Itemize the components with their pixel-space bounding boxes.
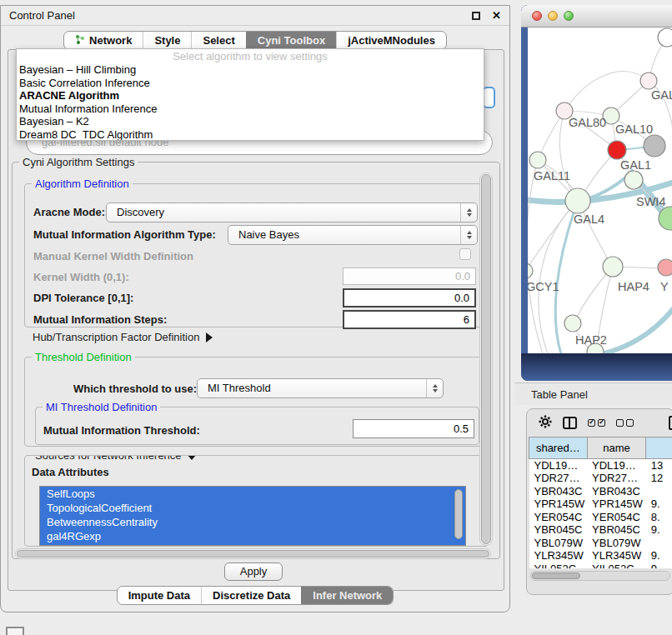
network-node-gal[interactable]	[640, 72, 657, 89]
sources-group-title[interactable]: Sources for Network Inference	[32, 455, 200, 462]
node-label: SWI4	[636, 195, 665, 208]
network-node-gal1[interactable]	[608, 141, 626, 159]
dropdown-prompt: Select algorithm to view settings	[17, 49, 484, 63]
threshold-definition-title: Threshold Definition	[32, 351, 135, 363]
apply-button[interactable]: Apply	[224, 562, 283, 581]
dropdown-item-selected[interactable]: ARACNE Algorithm	[17, 89, 484, 102]
table-panel-title: Table Panel	[531, 388, 588, 401]
page-icon[interactable]	[669, 416, 672, 430]
minimized-window-fragment[interactable]	[6, 627, 24, 635]
network-node-gal4[interactable]	[565, 188, 590, 213]
tab-infer-network[interactable]: Infer Network	[301, 587, 393, 604]
dropdown-item[interactable]: Basic Correlation Inference	[17, 77, 484, 90]
network-node-hap4[interactable]	[603, 257, 623, 277]
node-label: GAL4	[574, 212, 604, 226]
network-node-gal11[interactable]	[529, 152, 546, 168]
cyni-toolbox-content: gal-filtered.sif default node Select alg…	[8, 49, 504, 591]
network-canvas[interactable]: GAL GAL80 GAL10 GAL1 GAL11 SWI4 GAL4 GCY…	[528, 28, 672, 353]
settings-vertical-scrollbar[interactable]	[479, 172, 493, 546]
settings-horizontal-scrollbar[interactable]	[15, 548, 491, 559]
float-window-icon[interactable]	[472, 12, 480, 20]
tab-select[interactable]: Select	[191, 32, 245, 49]
tab-cyni-toolbox[interactable]: Cyni Toolbox	[246, 32, 336, 49]
node-label: GAL	[651, 88, 672, 102]
checked-pair-icon[interactable]	[588, 419, 605, 427]
collapse-down-icon	[187, 455, 197, 460]
cyni-algorithm-settings-group: Cyni Algorithm Settings Algorithm Defini…	[12, 162, 500, 559]
which-threshold-label: Which threshold to use:	[73, 382, 197, 395]
network-node[interactable]	[644, 135, 665, 157]
dpi-tolerance-field[interactable]	[343, 288, 476, 308]
hub-tf-definition-toggle[interactable]: Hub/Transcription Factor Definition	[33, 331, 213, 343]
screen: Control Panel ✕ Network Style	[0, 0, 672, 635]
close-traffic-light[interactable]	[532, 11, 542, 21]
list-item[interactable]: gal4RGexp	[40, 529, 465, 543]
algorithm-definition-group: Algorithm Definition Aracne Mode: Discov…	[24, 183, 489, 328]
table-row[interactable]: YPR145WYPR145W9.	[529, 498, 672, 511]
tab-network-label: Network	[89, 34, 132, 47]
table-row[interactable]: YBR045CYBR045C9.	[529, 523, 672, 537]
network-edge[interactable]	[601, 296, 672, 353]
network-node-gcy1[interactable]	[528, 263, 533, 278]
tab-jactivemnodules[interactable]: jActiveMNodules	[336, 32, 446, 49]
table-row[interactable]: YDR27…YDR27…12	[529, 472, 672, 485]
network-edge[interactable]	[566, 72, 649, 109]
tab-style[interactable]: Style	[143, 32, 191, 49]
network-window-frame-bottom	[521, 353, 672, 381]
node-label: GCY1	[528, 280, 559, 293]
dropdown-item[interactable]: Bayesian – Hill Climbing	[17, 63, 484, 77]
which-threshold-combo[interactable]: MI Threshold	[197, 378, 444, 398]
column-header-shared[interactable]: shared…	[529, 438, 588, 459]
node-label: HAP4	[618, 280, 649, 293]
inference-combo-focus-fragment	[483, 87, 495, 108]
node-label: GAL80	[569, 116, 606, 129]
kernel-width-field[interactable]	[343, 268, 476, 285]
expand-right-icon	[206, 332, 213, 342]
network-edge[interactable]	[528, 202, 575, 271]
aracne-mode-combo[interactable]: Discovery	[106, 202, 478, 222]
table-row[interactable]: YIL052CYIL052C9	[529, 562, 672, 569]
close-icon[interactable]: ✕	[492, 9, 501, 22]
unchecked-pair-icon[interactable]	[616, 419, 634, 427]
control-panel-titlebar: Control Panel ✕	[1, 6, 509, 26]
tab-network[interactable]: Network	[64, 32, 143, 49]
table-row[interactable]: YLR345WYLR345W9.	[529, 549, 672, 562]
aracne-mode-label: Aracne Mode:	[33, 206, 105, 218]
table-horizontal-scrollbar[interactable]	[530, 571, 670, 581]
list-item[interactable]: TopologicalCoefficient	[40, 501, 465, 515]
control-panel-title: Control Panel	[9, 9, 75, 22]
network-node[interactable]	[624, 171, 643, 189]
dropdown-item[interactable]: Dream8 DC_TDC Algorithm	[17, 128, 484, 142]
mi-steps-field[interactable]	[343, 310, 476, 329]
gear-icon[interactable]	[539, 415, 552, 432]
table-row[interactable]: YBL079WYBL079W	[529, 537, 672, 550]
mi-type-combo[interactable]: Naive Bayes	[228, 225, 478, 245]
dropdown-item[interactable]: Mutual Information Inference	[17, 102, 484, 116]
dropdown-item[interactable]: Bayesian – K2	[17, 115, 484, 128]
list-item[interactable]: BetweennessCentrality	[40, 515, 465, 529]
combo-arrows-icon	[460, 203, 477, 222]
table-row[interactable]: YER054CYER054C8.	[529, 511, 672, 524]
tab-impute-data[interactable]: Impute Data	[118, 587, 201, 604]
column-header-name[interactable]: name	[587, 438, 646, 459]
tab-discretize-data[interactable]: Discretize Data	[201, 587, 301, 604]
manual-kernel-label: Manual Kernel Width Definition	[33, 250, 193, 262]
network-node[interactable]	[658, 259, 672, 276]
table-panel-titlebar: Table Panel	[514, 382, 672, 405]
column-header[interactable]	[646, 438, 672, 459]
zoom-traffic-light[interactable]	[564, 11, 574, 21]
network-node-hap2[interactable]	[564, 315, 581, 332]
table-toolbar	[527, 409, 672, 437]
node-label: HAP2	[575, 333, 607, 347]
list-vertical-scrollbar[interactable]	[454, 489, 463, 539]
table-row[interactable]: YBR043CYBR043C	[529, 485, 672, 498]
columns-icon[interactable]	[563, 417, 577, 429]
table-row[interactable]: YDL19…YDL19…13	[529, 459, 672, 472]
minimize-traffic-light[interactable]	[548, 11, 558, 21]
mi-threshold-field[interactable]	[353, 419, 474, 438]
algorithm-dropdown-list: Select algorithm to view settings Bayesi…	[16, 48, 484, 141]
list-item[interactable]: SelfLoops	[40, 487, 465, 501]
manual-kernel-checkbox[interactable]	[459, 248, 471, 260]
threshold-definition-group: Threshold Definition Which threshold to …	[24, 357, 489, 447]
network-node[interactable]	[658, 28, 672, 47]
